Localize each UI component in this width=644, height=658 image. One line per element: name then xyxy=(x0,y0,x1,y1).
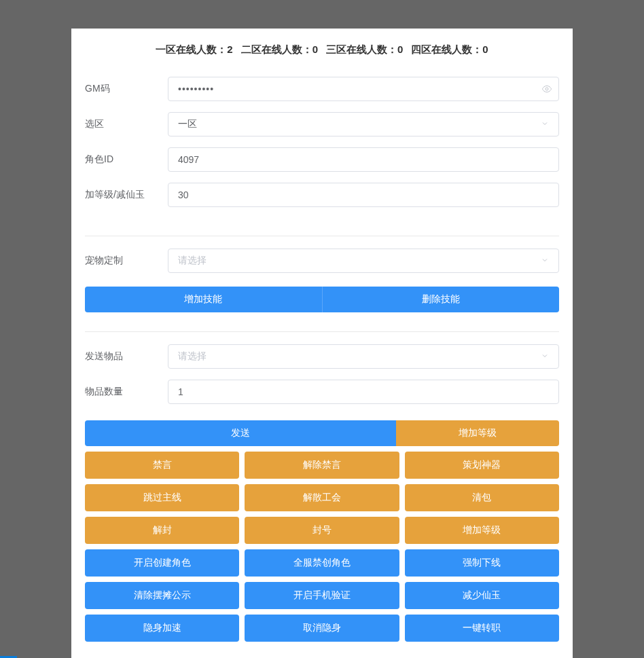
add-skill-button[interactable]: 增加技能 xyxy=(85,287,323,312)
chevron-down-icon xyxy=(541,352,549,362)
send-item-label: 发送物品 xyxy=(85,350,168,363)
action-button[interactable]: 开启创建角色 xyxy=(85,549,239,577)
action-button[interactable]: 封号 xyxy=(245,517,399,544)
action-button[interactable]: 取消隐身 xyxy=(245,615,399,642)
add-level-button[interactable]: 增加等级 xyxy=(396,420,559,446)
zone-stat: 三区在线人数：0 xyxy=(326,43,403,55)
eye-icon[interactable] xyxy=(541,84,552,94)
zone-label: 选区 xyxy=(85,118,168,130)
action-row: 禁言解除禁言策划神器 xyxy=(85,452,559,479)
action-button[interactable]: 清除摆摊公示 xyxy=(85,582,239,609)
zone-stat: 二区在线人数：0 xyxy=(241,43,318,55)
zone-select[interactable]: 一区 xyxy=(168,112,559,136)
role-id-input[interactable] xyxy=(168,147,559,172)
action-button[interactable]: 全服禁创角色 xyxy=(245,549,399,577)
action-button[interactable]: 强制下线 xyxy=(405,549,559,577)
action-button[interactable]: 减少仙玉 xyxy=(405,582,559,609)
svg-point-0 xyxy=(545,88,548,90)
role-id-label: 角色ID xyxy=(85,153,168,166)
item-qty-input[interactable] xyxy=(168,380,559,404)
action-button[interactable]: 解散工会 xyxy=(245,484,399,511)
remove-skill-button[interactable]: 删除技能 xyxy=(323,287,560,312)
main-form: GM码 选区 一区 角色ID xyxy=(71,77,573,223)
gm-code-label: GM码 xyxy=(85,83,168,95)
action-button[interactable]: 清包 xyxy=(405,484,559,511)
action-grid: 禁言解除禁言策划神器跳过主线解散工会清包解封封号增加等级开启创建角色全服禁创角色… xyxy=(71,452,573,642)
send-item-placeholder: 请选择 xyxy=(178,350,207,363)
action-row: 开启创建角色全服禁创角色强制下线 xyxy=(85,549,559,577)
item-qty-label: 物品数量 xyxy=(85,386,168,398)
divider xyxy=(85,331,559,332)
online-stats: 一区在线人数：2二区在线人数：0三区在线人数：0四区在线人数：0 xyxy=(71,29,573,77)
zone-stat: 四区在线人数：0 xyxy=(411,43,488,55)
action-button[interactable]: 跳过主线 xyxy=(85,484,239,511)
action-button[interactable]: 解封 xyxy=(85,517,239,544)
action-button[interactable]: 解除禁言 xyxy=(245,452,399,479)
action-button[interactable]: 策划神器 xyxy=(405,452,559,479)
level-jade-input[interactable] xyxy=(168,183,559,207)
action-row: 解封封号增加等级 xyxy=(85,517,559,544)
pet-custom-select[interactable]: 请选择 xyxy=(168,249,559,273)
divider xyxy=(85,236,559,236)
level-jade-label: 加等级/减仙玉 xyxy=(85,189,168,201)
action-row: 跳过主线解散工会清包 xyxy=(85,484,559,511)
gm-panel: 一区在线人数：2二区在线人数：0三区在线人数：0四区在线人数：0 GM码 选区 … xyxy=(71,29,573,658)
pet-section: 宠物定制 请选择 xyxy=(71,249,573,287)
send-item-select[interactable]: 请选择 xyxy=(168,344,559,369)
action-row: 清除摆摊公示开启手机验证减少仙玉 xyxy=(85,582,559,609)
zone-select-value: 一区 xyxy=(178,118,197,130)
pet-custom-placeholder: 请选择 xyxy=(178,255,207,267)
item-section: 发送物品 请选择 物品数量 xyxy=(71,344,573,420)
action-button[interactable]: 一键转职 xyxy=(405,615,559,642)
zone-stat: 一区在线人数：2 xyxy=(156,43,232,55)
action-button[interactable]: 隐身加速 xyxy=(85,615,239,642)
action-button[interactable]: 开启手机验证 xyxy=(245,582,399,609)
action-button[interactable]: 禁言 xyxy=(85,452,239,479)
send-button[interactable]: 发送 xyxy=(85,420,396,446)
action-button[interactable]: 增加等级 xyxy=(405,517,559,544)
chevron-down-icon xyxy=(541,120,549,130)
gm-code-input[interactable] xyxy=(168,77,559,101)
chevron-down-icon xyxy=(541,256,549,266)
action-row: 隐身加速取消隐身一键转职 xyxy=(85,615,559,642)
pet-custom-label: 宠物定制 xyxy=(85,255,168,267)
